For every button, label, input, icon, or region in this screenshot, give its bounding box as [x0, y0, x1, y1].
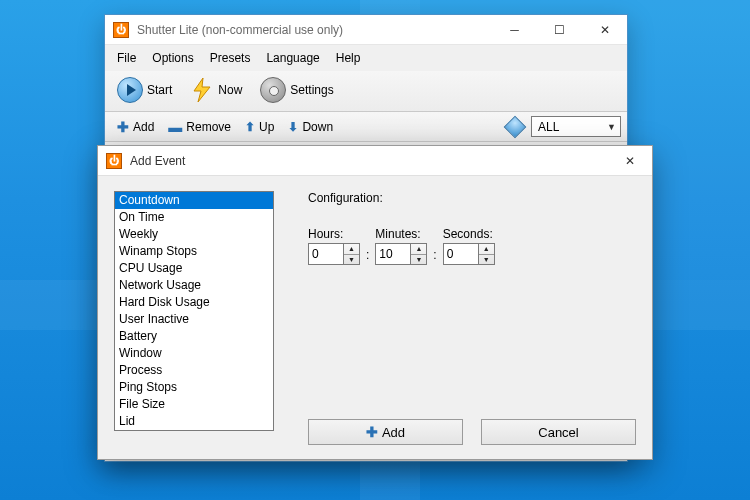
maximize-button[interactable]: ☐: [537, 15, 582, 44]
event-item[interactable]: Hard Disk Usage: [115, 294, 273, 311]
event-item[interactable]: Network Usage: [115, 277, 273, 294]
sub-toolbar: ✚ Add ▬ Remove ⬆ Up ⬇ Down ALL ▼: [105, 112, 627, 142]
colon-separator: :: [366, 248, 369, 265]
now-button[interactable]: Now: [184, 75, 248, 105]
main-titlebar: ⏻ Shutter Lite (non-commercial use only)…: [105, 15, 627, 45]
event-item[interactable]: Lid: [115, 413, 273, 430]
filter-value: ALL: [538, 120, 559, 134]
seconds-input[interactable]: [444, 244, 478, 264]
event-item[interactable]: On Time: [115, 209, 273, 226]
up-label: Up: [259, 120, 274, 134]
minutes-field: Minutes: ▲▼: [375, 227, 427, 265]
seconds-field: Seconds: ▲▼: [443, 227, 495, 265]
app-icon: ⏻: [113, 22, 129, 38]
event-item[interactable]: User Inactive: [115, 311, 273, 328]
minimize-button[interactable]: ─: [492, 15, 537, 44]
hours-spinner[interactable]: ▲▼: [308, 243, 360, 265]
dialog-cancel-label: Cancel: [538, 425, 578, 440]
seconds-spinner[interactable]: ▲▼: [443, 243, 495, 265]
time-config-row: Hours: ▲▼ : Minutes: ▲▼ : Seconds: ▲: [308, 227, 495, 265]
event-item[interactable]: Battery: [115, 328, 273, 345]
dialog-cancel-button[interactable]: Cancel: [481, 419, 636, 445]
filter-combo[interactable]: ALL ▼: [531, 116, 621, 137]
event-item[interactable]: File Size: [115, 396, 273, 413]
down-label: Down: [302, 120, 333, 134]
minutes-input[interactable]: [376, 244, 410, 264]
arrow-down-icon: ⬇: [288, 120, 298, 134]
dialog-title: Add Event: [130, 154, 607, 168]
start-label: Start: [147, 83, 172, 97]
remove-label: Remove: [186, 120, 231, 134]
dialog-add-button[interactable]: ✚ Add: [308, 419, 463, 445]
configuration-label: Configuration:: [308, 191, 383, 205]
dialog-add-label: Add: [382, 425, 405, 440]
event-item[interactable]: Window: [115, 345, 273, 362]
plus-icon: ✚: [117, 119, 129, 135]
gear-icon: [260, 77, 286, 103]
settings-button[interactable]: Settings: [254, 75, 339, 105]
close-button[interactable]: ✕: [582, 15, 627, 44]
spinner-buttons[interactable]: ▲▼: [410, 244, 426, 264]
bolt-icon: [190, 77, 214, 103]
arrow-up-icon: ⬆: [245, 120, 255, 134]
event-item[interactable]: Process: [115, 362, 273, 379]
dialog-buttons: ✚ Add Cancel: [308, 419, 636, 445]
menu-file[interactable]: File: [111, 49, 142, 67]
menu-options[interactable]: Options: [146, 49, 199, 67]
seconds-label: Seconds:: [443, 227, 495, 241]
menu-help[interactable]: Help: [330, 49, 367, 67]
diamond-icon: [504, 115, 527, 138]
dialog-close-button[interactable]: ✕: [607, 146, 652, 175]
hours-label: Hours:: [308, 227, 360, 241]
play-icon: [117, 77, 143, 103]
main-window-title: Shutter Lite (non-commercial use only): [137, 23, 492, 37]
add-label: Add: [133, 120, 154, 134]
plus-icon: ✚: [366, 424, 378, 440]
spinner-buttons[interactable]: ▲▼: [343, 244, 359, 264]
start-button[interactable]: Start: [111, 75, 178, 105]
colon-separator: :: [433, 248, 436, 265]
settings-label: Settings: [290, 83, 333, 97]
add-button[interactable]: ✚ Add: [111, 117, 160, 137]
main-toolbar: Start Now Settings: [105, 71, 627, 112]
minus-icon: ▬: [168, 119, 182, 135]
event-item[interactable]: Weekly: [115, 226, 273, 243]
now-label: Now: [218, 83, 242, 97]
menubar: File Options Presets Language Help: [105, 45, 627, 71]
minutes-label: Minutes:: [375, 227, 427, 241]
minutes-spinner[interactable]: ▲▼: [375, 243, 427, 265]
svg-marker-0: [194, 78, 210, 102]
add-event-dialog: ⏻ Add Event ✕ CountdownOn TimeWeeklyWina…: [97, 145, 653, 460]
event-item[interactable]: CPU Usage: [115, 260, 273, 277]
event-item[interactable]: Ping Stops: [115, 379, 273, 396]
remove-button[interactable]: ▬ Remove: [162, 117, 237, 137]
hours-field: Hours: ▲▼: [308, 227, 360, 265]
event-type-list[interactable]: CountdownOn TimeWeeklyWinamp StopsCPU Us…: [114, 191, 274, 431]
event-item[interactable]: Countdown: [115, 192, 273, 209]
menu-presets[interactable]: Presets: [204, 49, 257, 67]
app-icon: ⏻: [106, 153, 122, 169]
spinner-buttons[interactable]: ▲▼: [478, 244, 494, 264]
event-item[interactable]: Winamp Stops: [115, 243, 273, 260]
down-button[interactable]: ⬇ Down: [282, 118, 339, 136]
chevron-down-icon: ▼: [607, 122, 616, 132]
menu-language[interactable]: Language: [260, 49, 325, 67]
dialog-titlebar: ⏻ Add Event ✕: [98, 146, 652, 176]
up-button[interactable]: ⬆ Up: [239, 118, 280, 136]
hours-input[interactable]: [309, 244, 343, 264]
